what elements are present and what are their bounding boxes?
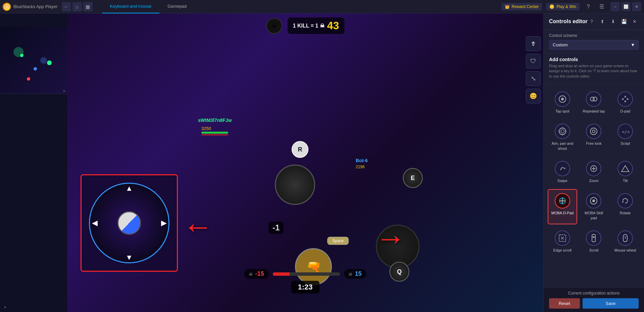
zoom-label: Zoom: [589, 178, 598, 183]
minimap-dot-4: [27, 77, 30, 81]
scheme-label: Control scheme: [549, 33, 639, 38]
script-icon: </>: [617, 124, 633, 139]
controls-help-button[interactable]: ?: [588, 17, 596, 26]
aim-pan-shoot-icon: [555, 124, 570, 139]
menu-button[interactable]: ☰: [597, 2, 606, 11]
scheme-value: Custom: [553, 42, 568, 47]
playwwin-icon: 🪙: [549, 4, 554, 9]
add-controls-section: Add controls Drag and drop an action on …: [544, 53, 644, 85]
free-look-icon: [586, 124, 601, 139]
back-button[interactable]: ←: [62, 2, 71, 11]
tab-bar: Keyboard and mouse Gamepad: [102, 0, 195, 13]
score-red-box: ☠ -15: [244, 269, 268, 279]
reset-button[interactable]: Reset: [549, 298, 580, 309]
scheme-dropdown[interactable]: Custom ▼: [549, 40, 639, 50]
controls-save-button[interactable]: 💾: [620, 17, 628, 26]
kill-text: 1 KILL = 1 ☠: [293, 23, 325, 29]
shield-icon-btn[interactable]: 🛡: [526, 54, 541, 69]
apps-button[interactable]: ▦: [83, 2, 93, 11]
scheme-dropdown-arrow: ▼: [631, 42, 635, 47]
score-hp-bar: [273, 272, 340, 276]
minimap-glow-1: [13, 47, 23, 57]
playwwin-label: Play & Win: [556, 4, 576, 9]
title-bar: B BlueStacks App Player ← ⌂ ▦ Keyboard a…: [0, 0, 644, 13]
skull-symbol: ☠: [271, 21, 278, 30]
resize-icon-btn[interactable]: ⤡: [526, 71, 541, 86]
ctrl-zoom[interactable]: Zoom: [579, 157, 609, 187]
close-button[interactable]: ✕: [632, 2, 641, 11]
ctrl-edge-scroll[interactable]: Edge scroll: [548, 226, 577, 257]
ctrl-d-pad[interactable]: D-pad: [610, 87, 640, 118]
player-hp-bar: [201, 132, 228, 134]
ctrl-swipe[interactable]: Swipe: [548, 157, 577, 187]
add-controls-title: Add controls: [549, 57, 639, 62]
skill-e-button[interactable]: E: [403, 168, 423, 188]
bot6-score-area: 2196: [356, 165, 365, 169]
ctrl-rotate[interactable]: Rotate: [610, 189, 640, 224]
ctrl-aim-pan-shoot[interactable]: Aim, pan and shoot: [548, 120, 577, 155]
score-hp-fill: [273, 272, 289, 276]
controls-header: Controls editor ? ⬆ ⬇ 💾 ✕: [544, 13, 644, 30]
controls-title: Controls editor: [549, 18, 588, 25]
game-area[interactable]: 🗡 🛡 ⤡ 😊 ☠ 1 KILL = 1 ☠ 43 sWtM3l7n8FJw 3…: [67, 13, 543, 312]
home-button[interactable]: ⌂: [72, 2, 82, 11]
player-shield-bar: [201, 134, 228, 135]
kill-number: 43: [327, 19, 339, 32]
tab-gamepad[interactable]: Gamepad: [159, 0, 195, 13]
help-button[interactable]: ?: [584, 2, 593, 11]
save-button[interactable]: Save: [583, 298, 639, 309]
minimap-resize[interactable]: ▲: [62, 89, 66, 92]
reward-center-button[interactable]: 👑 Reward Center: [501, 3, 542, 10]
minimize-button[interactable]: –: [610, 2, 620, 11]
play-win-button[interactable]: 🪙 Play & Win: [546, 3, 580, 10]
skill-r-button[interactable]: R: [292, 141, 308, 158]
left-sidebar: ▲ ▲: [0, 13, 67, 312]
controls-download-button[interactable]: ⬇: [609, 17, 617, 26]
ctrl-free-look[interactable]: Free look: [579, 120, 609, 155]
svg-point-29: [561, 200, 563, 202]
rotate-icon: [617, 193, 633, 209]
moba-dpad-overlay[interactable]: ▲ ▼ ◀ ▶: [81, 174, 178, 272]
ctrl-mouse-wheel[interactable]: Mouse wheel: [610, 226, 640, 257]
ctrl-tap-spot[interactable]: Tap spot: [548, 87, 577, 118]
sword-icon-btn[interactable]: 🗡: [526, 36, 541, 51]
svg-marker-6: [624, 95, 626, 97]
score-blue-value: 15: [355, 270, 361, 277]
ctrl-repeated-tap[interactable]: Repeated tap: [579, 87, 609, 118]
controls-header-icons: ? ⬆ ⬇ 💾 ✕: [588, 17, 639, 26]
controls-close-button[interactable]: ✕: [631, 17, 639, 26]
repeated-tap-icon: [586, 91, 601, 107]
ctrl-scroll[interactable]: Scroll: [579, 226, 609, 257]
player-name: sWtM3l7n8FJw: [198, 118, 232, 123]
ctrl-moba-skill-pad[interactable]: MOBA Skill pad: [579, 189, 609, 224]
main-content: ▲ ▲ 🗡 🛡 ⤡ 😊 ☠ 1 KILL = 1 ☠ 43 sWtM3l7n8F…: [0, 13, 644, 312]
skill-space-button[interactable]: Space: [327, 237, 349, 245]
spacer: [544, 259, 644, 287]
svg-rect-36: [592, 234, 595, 242]
control-scheme-section: Control scheme Custom ▼: [544, 30, 644, 53]
ctrl-moba-d-pad[interactable]: MOBA D-Pad: [548, 189, 577, 224]
svg-point-17: [592, 130, 595, 133]
svg-marker-23: [622, 166, 629, 172]
tap-spot-icon: [555, 91, 570, 107]
hud-top: ☠ 1 KILL = 1 ☠ 43: [266, 17, 345, 34]
svg-rect-37: [593, 236, 595, 238]
reward-label: Reward Center: [512, 4, 539, 9]
floating-minus-one: -1: [268, 222, 284, 234]
tap-spot-label: Tap spot: [555, 109, 569, 114]
ctrl-script[interactable]: </> Script: [610, 120, 640, 155]
score-red-value: -15: [255, 270, 264, 277]
app-logo: B: [3, 3, 11, 11]
edge-scroll-icon: [555, 230, 570, 246]
restore-button[interactable]: ⬜: [621, 2, 631, 11]
ctrl-tilt[interactable]: Tilt: [610, 157, 640, 187]
score-blue-box: ☠ 15: [344, 269, 366, 279]
moba-skill-circle-overlay[interactable]: [275, 165, 315, 205]
tab-keyboard-mouse[interactable]: Keyboard and mouse: [102, 0, 160, 13]
emoji-icon-btn[interactable]: 😊: [526, 89, 541, 103]
nav-buttons: ← ⌂ ▦: [62, 2, 93, 11]
controls-upload-button[interactable]: ⬆: [598, 17, 606, 26]
minimap-glow-2: [40, 57, 47, 64]
svg-marker-8: [622, 98, 624, 100]
skill-q-button[interactable]: Q: [389, 262, 409, 282]
